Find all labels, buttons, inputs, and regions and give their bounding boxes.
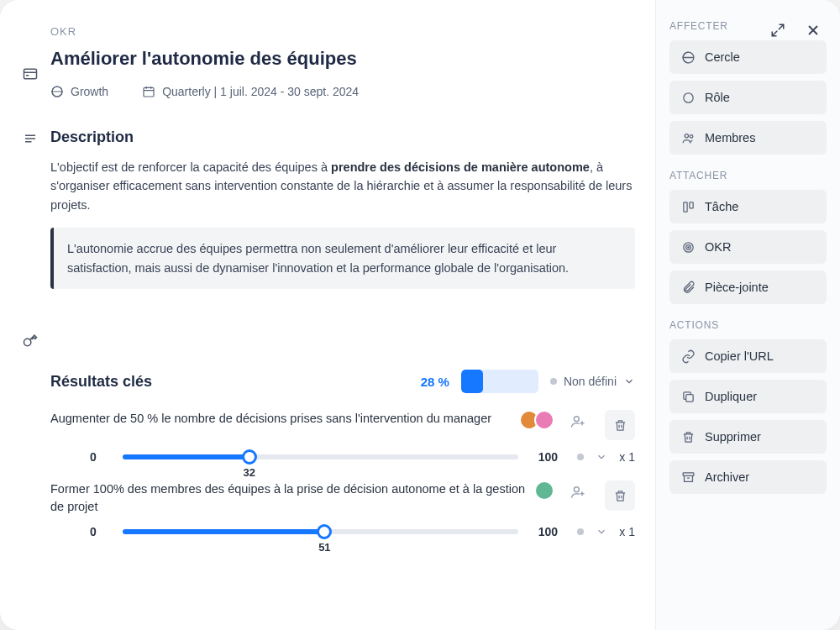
delete-button[interactable] — [605, 480, 635, 511]
slider-value: 32 — [244, 466, 255, 479]
kr-multiplier: x 1 — [619, 525, 635, 538]
kicker: OKR — [50, 25, 635, 38]
task-icon — [680, 199, 696, 214]
add-member-button[interactable] — [566, 480, 590, 504]
attacher-section-label: ATTACHER — [669, 170, 827, 181]
calendar-icon — [142, 85, 155, 98]
okr-icon — [680, 239, 696, 255]
slider-value: 51 — [318, 541, 330, 554]
period-label: Quarterly | 1 juil. 2024 - 30 sept. 2024 — [162, 85, 359, 98]
actions-section-label: ACTIONS — [669, 319, 827, 331]
overall-progress-bar — [461, 370, 538, 393]
sidebar-item-attacher-1[interactable]: OKR — [669, 230, 827, 264]
link-icon — [680, 349, 696, 364]
sidebar-item-affecter-1[interactable]: Rôle — [669, 81, 827, 114]
svg-rect-22 — [683, 202, 686, 211]
kr-status-dot — [577, 528, 584, 535]
add-member-button[interactable] — [566, 410, 590, 433]
sidebar-item-actions-2[interactable]: Supprimer — [669, 420, 827, 454]
clip-icon — [680, 280, 696, 295]
kr-avatars — [519, 410, 554, 430]
trash-icon — [680, 429, 696, 444]
meta-row: Growth Quarterly | 1 juil. 2024 - 30 sep… — [50, 85, 635, 98]
members-icon — [680, 130, 696, 145]
sidebar-item-actions-0[interactable]: Copier l'URL — [669, 339, 827, 373]
avatar — [534, 480, 554, 501]
overall-percent: 28 % — [421, 375, 449, 389]
key-results-icon — [20, 329, 40, 349]
sidebar-item-label: Tâche — [705, 200, 738, 213]
description-highlight: L'autonomie accrue des équipes permettra… — [50, 228, 635, 289]
sidebar-item-affecter-0[interactable]: Cercle — [669, 40, 827, 74]
svg-rect-28 — [683, 472, 694, 475]
delete-button[interactable] — [605, 410, 635, 440]
sidebar-item-attacher-0[interactable]: Tâche — [669, 190, 827, 223]
sidebar-item-affecter-2[interactable]: Membres — [669, 121, 827, 155]
slider[interactable]: 32 — [123, 454, 518, 459]
window-controls — [769, 22, 822, 39]
page-title: Améliorer l'autonomie des équipes — [50, 48, 635, 70]
expand-icon[interactable] — [769, 22, 786, 39]
okr-detail-window: OKR Améliorer l'autonomie des équipes Gr… — [0, 0, 840, 630]
sidebar-item-label: OKR — [705, 240, 731, 254]
circle-label: Growth — [71, 85, 108, 98]
circle-group-icon — [680, 50, 696, 65]
svg-point-21 — [690, 134, 693, 138]
description-section-icon — [20, 129, 40, 146]
main-content: OKR Améliorer l'autonomie des équipes Gr… — [0, 0, 655, 630]
svg-point-20 — [685, 134, 688, 137]
svg-point-19 — [683, 92, 692, 102]
svg-point-26 — [687, 246, 688, 247]
svg-point-15 — [574, 487, 579, 492]
duplicate-icon — [680, 389, 696, 404]
status-dot — [550, 378, 557, 385]
svg-rect-4 — [144, 87, 154, 97]
description-body: L'objectif est de renforcer la capacité … — [50, 158, 635, 214]
svg-point-12 — [574, 417, 579, 422]
sidebar-item-label: Cercle — [705, 50, 740, 64]
kr-status-dropdown[interactable] — [596, 526, 607, 538]
sidebar-item-label: Pièce-jointe — [705, 281, 769, 294]
circle-icon — [50, 85, 64, 98]
ring-icon — [680, 90, 696, 105]
sidebar-item-label: Dupliquer — [705, 390, 757, 403]
chevron-down-icon — [623, 375, 635, 387]
archive-icon — [680, 470, 696, 485]
kr-status-dropdown[interactable] — [596, 451, 607, 463]
kr-multiplier: x 1 — [619, 450, 635, 464]
svg-rect-27 — [685, 394, 693, 402]
period-meta[interactable]: Quarterly | 1 juil. 2024 - 30 sept. 2024 — [142, 85, 359, 98]
card-icon — [20, 25, 40, 82]
circle-meta[interactable]: Growth — [50, 85, 108, 98]
sidebar-item-label: Archiver — [705, 470, 749, 484]
sidebar-item-label: Copier l'URL — [705, 349, 774, 363]
close-icon[interactable] — [805, 22, 822, 39]
slider[interactable]: 51 — [123, 529, 518, 534]
results-heading: Résultats clés — [50, 373, 152, 391]
status-label: Non défini — [564, 375, 617, 388]
sidebar-item-label: Rôle — [705, 91, 730, 104]
kr-avatars — [534, 480, 554, 501]
key-result-0: Augmenter de 50 % le nombre de décisions… — [50, 410, 635, 464]
kr-status-dot — [577, 454, 584, 460]
slider-max: 100 — [535, 525, 560, 538]
sidebar-item-actions-3[interactable]: Archiver — [669, 460, 827, 494]
sidebar-item-label: Supprimer — [705, 430, 761, 444]
svg-rect-0 — [24, 69, 37, 79]
svg-rect-23 — [689, 202, 692, 207]
sidebar-item-actions-1[interactable]: Dupliquer — [669, 380, 827, 413]
slider-min: 0 — [81, 525, 106, 538]
avatar — [534, 410, 554, 430]
sidebar-item-attacher-2[interactable]: Pièce-jointe — [669, 270, 827, 304]
kr-label: Augmenter de 50 % le nombre de décisions… — [50, 410, 511, 427]
kr-label: Former 100% des membres des équipes à la… — [50, 480, 526, 515]
sidebar-item-label: Membres — [705, 131, 755, 144]
key-result-1: Former 100% des membres des équipes à la… — [50, 480, 635, 538]
slider-min: 0 — [81, 450, 106, 464]
description-heading: Description — [50, 129, 635, 146]
status-dropdown[interactable]: Non défini — [550, 375, 635, 388]
sidebar: AFFECTER CercleRôleMembres ATTACHER Tâch… — [655, 0, 840, 630]
slider-max: 100 — [535, 450, 560, 464]
